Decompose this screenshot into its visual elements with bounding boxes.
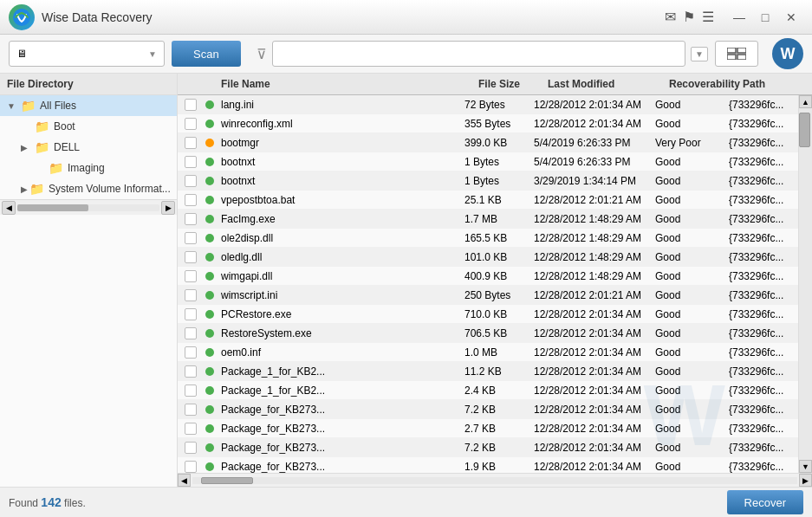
file-status-cell: [202, 310, 218, 319]
scan-button[interactable]: Scan: [172, 41, 241, 67]
file-checkbox[interactable]: [185, 385, 197, 397]
col-header-recoverability[interactable]: Recoverability: [666, 78, 739, 90]
file-checkbox[interactable]: [185, 213, 197, 225]
file-name-cell: Package_for_KB273...: [218, 404, 461, 416]
file-recoverability-cell: Good: [652, 461, 725, 473]
col-header-path[interactable]: Path: [739, 78, 809, 90]
table-row[interactable]: oem0.inf 1.0 MB 12/28/2012 2:01:34 AM Go…: [178, 343, 798, 362]
scroll-up-button[interactable]: ▲: [799, 95, 812, 108]
col-header-modified[interactable]: Last Modified: [544, 78, 666, 90]
table-row[interactable]: PCRestore.exe 710.0 KB 12/28/2012 2:01:3…: [178, 305, 798, 324]
file-checkbox[interactable]: [185, 194, 197, 206]
status-dot: [205, 253, 214, 262]
file-recoverability-cell: Good: [652, 232, 725, 244]
file-status-cell: [202, 443, 218, 452]
table-row[interactable]: lang.ini 72 Bytes 12/28/2012 2:01:34 AM …: [178, 95, 798, 114]
table-row[interactable]: bootnxt 1 Bytes 5/4/2019 6:26:33 PM Good…: [178, 152, 798, 171]
file-checkbox[interactable]: [185, 404, 197, 416]
table-row[interactable]: oledlg.dll 101.0 KB 12/28/2012 1:48:29 A…: [178, 248, 798, 267]
file-checkbox[interactable]: [185, 289, 197, 301]
drive-selector[interactable]: 🖥 ▼: [9, 41, 165, 67]
file-checkbox[interactable]: [185, 423, 197, 435]
maximize-button[interactable]: □: [753, 5, 777, 29]
table-row[interactable]: winreconfig.xml 355 Bytes 12/28/2012 2:0…: [178, 114, 798, 133]
vertical-scrollbar[interactable]: ▲ ▼: [798, 95, 812, 473]
table-row[interactable]: Package_for_KB273... 1.9 KB 12/28/2012 2…: [178, 457, 798, 473]
file-checkbox[interactable]: [185, 156, 197, 168]
hscroll-right-button[interactable]: ▶: [799, 474, 812, 487]
table-row[interactable]: Package_for_KB273... 7.2 KB 12/28/2012 2…: [178, 400, 798, 419]
file-path-cell: {733296fc...: [725, 442, 795, 454]
statusbar: Found 142 files. Recover: [0, 487, 812, 517]
file-checkbox-cell: [181, 232, 202, 244]
file-checkbox[interactable]: [185, 270, 197, 282]
statusbar-text: Found 142 files.: [9, 495, 727, 509]
file-modified-cell: 12/28/2012 2:01:34 AM: [530, 423, 652, 435]
file-size-cell: 1.7 MB: [461, 213, 530, 225]
recover-button[interactable]: Recover: [727, 490, 803, 514]
sidebar-item-boot[interactable]: 📁 Boot: [0, 116, 177, 137]
scroll-right-button[interactable]: ▶: [161, 201, 175, 215]
sidebar-item-system-volume[interactable]: ▶ 📁 System Volume Informat...: [0, 178, 177, 199]
status-dot: [205, 386, 214, 395]
hscroll-thumb[interactable]: [201, 477, 253, 484]
table-row[interactable]: wimgapi.dll 400.9 KB 12/28/2012 1:48:29 …: [178, 267, 798, 286]
scroll-down-button[interactable]: ▼: [799, 460, 812, 473]
sidebar-item-dell[interactable]: ▶ 📁 DELL: [0, 137, 177, 158]
close-button[interactable]: ✕: [779, 5, 803, 29]
hscroll-left-button[interactable]: ◀: [178, 474, 191, 487]
file-path-cell: {733296fc...: [725, 461, 795, 473]
table-row[interactable]: ole2disp.dll 165.5 KB 12/28/2012 1:48:29…: [178, 229, 798, 248]
table-row[interactable]: bootnxt 1 Bytes 3/29/2019 1:34:14 PM Goo…: [178, 171, 798, 191]
sidebar-item-imaging[interactable]: 📁 Imaging: [0, 158, 177, 178]
file-checkbox[interactable]: [185, 308, 197, 320]
table-row[interactable]: wimscript.ini 250 Bytes 12/28/2012 2:01:…: [178, 286, 798, 305]
scroll-track: [799, 108, 812, 460]
file-checkbox[interactable]: [185, 327, 197, 339]
file-checkbox[interactable]: [185, 442, 197, 454]
table-row[interactable]: RestoreSystem.exe 706.5 KB 12/28/2012 2:…: [178, 324, 798, 343]
file-checkbox[interactable]: [185, 232, 197, 244]
view-toggle-button[interactable]: [715, 41, 758, 67]
file-size-cell: 400.9 KB: [461, 270, 530, 282]
filter-input[interactable]: [272, 41, 685, 67]
file-checkbox-cell: [181, 308, 202, 320]
minimize-button[interactable]: —: [727, 5, 751, 29]
scroll-thumb[interactable]: [799, 113, 810, 147]
horizontal-scrollbar[interactable]: ◀ ▶: [178, 473, 812, 487]
file-name-cell: vpepostbtoa.bat: [218, 194, 461, 206]
file-modified-cell: 12/28/2012 2:01:34 AM: [530, 385, 652, 397]
file-recoverability-cell: Good: [652, 346, 725, 359]
file-name-cell: Package_1_for_KB2...: [218, 365, 461, 378]
col-header-filesize[interactable]: File Size: [475, 78, 544, 90]
table-row[interactable]: Package_for_KB273... 2.7 KB 12/28/2012 2…: [178, 419, 798, 438]
file-size-cell: 165.5 KB: [461, 232, 530, 244]
mail-icon[interactable]: ✉: [665, 9, 676, 25]
file-checkbox[interactable]: [185, 175, 197, 187]
table-row[interactable]: vpepostbtoa.bat 25.1 KB 12/28/2012 2:01:…: [178, 191, 798, 210]
table-row[interactable]: Package_1_for_KB2... 11.2 KB 12/28/2012 …: [178, 362, 798, 381]
table-row[interactable]: Package_for_KB273... 7.2 KB 12/28/2012 2…: [178, 438, 798, 457]
file-modified-cell: 12/28/2012 2:01:34 AM: [530, 118, 652, 130]
file-checkbox[interactable]: [185, 346, 197, 359]
file-size-cell: 399.0 KB: [461, 137, 530, 149]
file-recoverability-cell: Good: [652, 270, 725, 282]
file-checkbox[interactable]: [185, 461, 197, 473]
file-checkbox[interactable]: [185, 365, 197, 378]
file-checkbox[interactable]: [185, 251, 197, 263]
table-row[interactable]: Package_1_for_KB2... 2.4 KB 12/28/2012 2…: [178, 381, 798, 400]
sidebar-item-all-files[interactable]: ▼ 📁 All Files: [0, 95, 177, 116]
file-size-cell: 72 Bytes: [461, 99, 530, 111]
file-checkbox[interactable]: [185, 137, 197, 149]
file-name-cell: oledlg.dll: [218, 251, 461, 263]
menu-icon[interactable]: ☰: [702, 9, 714, 25]
flag-icon[interactable]: ⚑: [683, 9, 695, 25]
scroll-left-button[interactable]: ◀: [2, 201, 16, 215]
file-checkbox[interactable]: [185, 118, 197, 130]
file-checkbox-cell: [181, 270, 202, 282]
table-row[interactable]: FacImg.exe 1.7 MB 12/28/2012 1:48:29 AM …: [178, 210, 798, 229]
file-status-cell: [202, 120, 218, 128]
file-checkbox[interactable]: [185, 99, 197, 111]
col-header-filename[interactable]: File Name: [218, 78, 475, 90]
table-row[interactable]: bootmgr 399.0 KB 5/4/2019 6:26:33 PM Ver…: [178, 133, 798, 152]
